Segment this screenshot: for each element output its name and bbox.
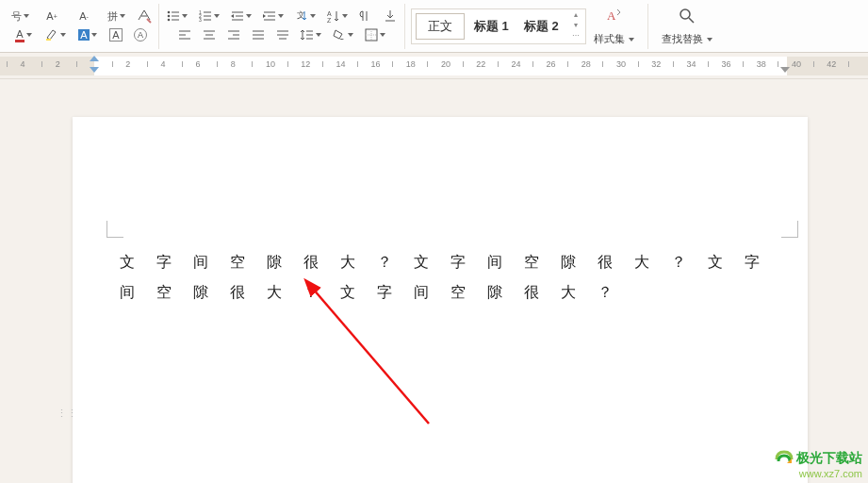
ruler-number: 28 [581, 59, 591, 69]
numbering-icon[interactable]: 123 [197, 8, 221, 25]
show-marks-icon[interactable] [357, 8, 374, 25]
ruler-number: 36 [722, 59, 731, 69]
ruler-number: 18 [406, 59, 416, 69]
svg-point-5 [168, 19, 171, 22]
document-area: 文字间空隙很大？文字间空隙很大？文字间空隙很大？文字间空隙很大？ ⋮⋮ [0, 79, 868, 483]
line-spacing-icon[interactable] [299, 26, 323, 43]
document-page[interactable]: 文字间空隙很大？文字间空隙很大？文字间空隙很大？文字间空隙很大？ [73, 117, 808, 483]
ruler-number: 30 [616, 59, 626, 69]
margin-corner-top-right [781, 221, 798, 238]
bullets-icon[interactable] [165, 8, 189, 25]
text-direction-icon[interactable]: 文 [293, 8, 318, 25]
margin-corner-top-left [106, 221, 123, 238]
font-group: 号 A+ A- 拼 A A A A [2, 4, 159, 49]
ruler-number: 2 [56, 59, 60, 69]
watermark-title: 极光下载站 [796, 450, 862, 467]
ribbon-toolbar: 号 A+ A- 拼 A A A A 123 [0, 0, 868, 53]
grow-font-icon[interactable]: A+ [40, 8, 64, 25]
style-set-icon: A [604, 7, 623, 30]
shading-icon[interactable]: A [75, 26, 100, 43]
sort-icon[interactable]: AZ [325, 8, 350, 25]
font-size-label[interactable]: 号 [8, 8, 32, 25]
chevron-up-icon[interactable]: ▴ [568, 11, 583, 21]
style-set-button[interactable]: A 样式集 [586, 5, 642, 48]
font-color-icon[interactable]: A [11, 26, 36, 43]
ruler-number: 20 [441, 59, 450, 69]
find-replace-button[interactable]: 查找替换 [654, 5, 720, 48]
svg-text:3: 3 [199, 17, 202, 23]
style-gallery-scroll[interactable]: ▴ ▾ ⋯ [568, 11, 583, 42]
ruler-number: 8 [231, 59, 236, 69]
ruler-number: 38 [757, 59, 766, 69]
document-body-text[interactable]: 文字间空隙很大？文字间空隙很大？文字间空隙很大？文字间空隙很大？ [120, 247, 781, 308]
reveal-formatting-icon[interactable] [382, 8, 399, 25]
ruler-number: 6 [196, 59, 201, 69]
borders-icon[interactable] [363, 26, 387, 43]
style-heading-2[interactable]: 标题 2 [516, 13, 566, 40]
clear-format-icon[interactable] [136, 8, 153, 25]
align-left-icon[interactable] [176, 26, 193, 43]
increase-indent-icon[interactable] [261, 8, 286, 25]
hanging-indent-marker[interactable] [90, 54, 99, 63]
style-heading-1[interactable]: 标题 1 [467, 13, 516, 40]
chevron-down-icon[interactable]: ▾ [568, 22, 583, 31]
watermark: 极光下载站 www.xz7.com [774, 449, 862, 479]
ruler-number: 16 [371, 59, 381, 69]
decrease-indent-icon[interactable] [229, 8, 254, 25]
svg-line-45 [689, 18, 694, 23]
style-gallery: 正文 标题 1 标题 2 ▴ ▾ ⋯ [411, 8, 586, 44]
ruler-number: 4 [160, 59, 165, 69]
ruler-number: 14 [336, 59, 345, 69]
watermark-logo-icon [774, 449, 793, 468]
search-icon [678, 7, 696, 30]
highlight-icon[interactable] [43, 26, 68, 43]
shrink-font-icon[interactable]: A- [72, 8, 96, 25]
svg-point-3 [168, 15, 171, 18]
ruler-number: 42 [827, 59, 836, 69]
styles-group: 正文 标题 1 标题 2 ▴ ▾ ⋯ A 样式集 [405, 4, 648, 49]
style-body-text[interactable]: 正文 [416, 13, 465, 40]
paragraph-handle-icon[interactable]: ⋮⋮ [57, 408, 77, 420]
align-right-icon[interactable] [225, 26, 242, 43]
svg-point-1 [168, 11, 171, 14]
ruler-number: 4 [21, 59, 25, 69]
svg-text:A: A [607, 8, 616, 23]
svg-text:A: A [327, 10, 332, 17]
ruler-number: 24 [511, 59, 520, 69]
svg-rect-0 [46, 39, 51, 41]
align-distribute-icon[interactable] [274, 26, 291, 43]
svg-point-44 [680, 9, 690, 19]
para-shading-icon[interactable] [331, 26, 355, 43]
ruler-number: 12 [301, 59, 310, 69]
ruler-number: 10 [266, 59, 275, 69]
phonetic-guide-icon[interactable]: 拼 [104, 8, 128, 25]
ruler-number: 22 [476, 59, 485, 69]
char-border-icon[interactable]: A [107, 26, 124, 43]
ruler-number: 2 [125, 59, 130, 69]
ruler-number: 32 [651, 59, 661, 69]
align-justify-icon[interactable] [250, 26, 267, 43]
ruler-number: 34 [686, 59, 696, 69]
align-center-icon[interactable] [201, 26, 218, 43]
right-indent-marker[interactable] [780, 54, 790, 63]
ruler-number: 26 [547, 59, 556, 69]
circled-char-icon[interactable]: A [132, 26, 149, 43]
svg-text:Z: Z [327, 17, 332, 23]
ruler-number: 40 [792, 59, 801, 69]
paragraph-group: 123 文 AZ [159, 4, 405, 49]
horizontal-ruler[interactable]: 4224681012141618202224262830323436384042 [0, 53, 868, 79]
expand-gallery-icon[interactable]: ⋯ [568, 32, 583, 42]
editing-group: 查找替换 [648, 4, 726, 49]
